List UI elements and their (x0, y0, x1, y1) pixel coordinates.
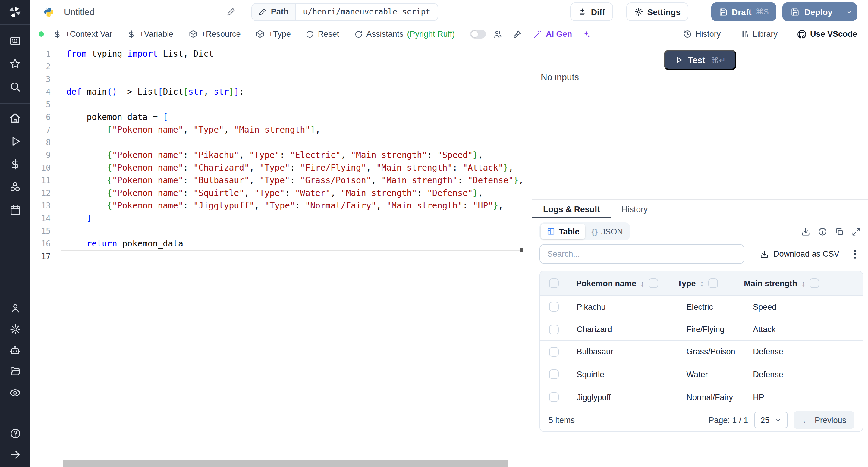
table-cell: Charizard (567, 318, 677, 340)
column-toggle-checkbox[interactable] (649, 278, 658, 288)
download-csv-button[interactable]: Download as CSV (760, 249, 839, 258)
code-line[interactable]: 15 (30, 225, 523, 238)
code-line[interactable]: 14 ] (30, 212, 523, 225)
diff-icon (578, 7, 587, 16)
schedules-icon[interactable] (0, 198, 30, 221)
copy-result-icon[interactable] (835, 227, 844, 236)
home-icon[interactable] (0, 107, 30, 130)
row-checkbox[interactable] (549, 324, 559, 334)
line-number: 17 (35, 250, 51, 263)
code-line[interactable]: 2 (30, 60, 523, 73)
reset-button[interactable]: Reset (306, 30, 339, 38)
column-header: Type (677, 279, 695, 288)
table-row[interactable]: SquirtleWaterDefense (540, 363, 863, 386)
history-button[interactable]: History (683, 30, 721, 38)
code-line[interactable]: 16 return pokemon_data (30, 238, 523, 250)
assistants-button[interactable]: Assistants (Pyright Ruff) (354, 30, 455, 38)
deploy-options-chevron[interactable] (841, 2, 857, 21)
resources-icon[interactable] (0, 175, 30, 198)
settings-button[interactable]: Settings (626, 2, 688, 21)
help-icon[interactable] (0, 423, 30, 444)
runs-icon[interactable] (0, 130, 30, 152)
sparkles-icon[interactable] (582, 30, 591, 38)
row-checkbox[interactable] (549, 393, 559, 402)
view-table-button[interactable]: Table (541, 223, 586, 239)
no-inputs-label: No inputs (541, 72, 579, 82)
audit-eye-icon[interactable] (0, 382, 30, 403)
row-checkbox[interactable] (549, 302, 559, 312)
column-toggle-checkbox[interactable] (708, 278, 718, 288)
info-icon[interactable] (818, 227, 827, 236)
path-value[interactable]: u/henri/maneuverable_script (296, 3, 438, 20)
table-row[interactable]: PikachuElectricSpeed (540, 296, 863, 318)
code-line[interactable]: 6 pokemon_data = [ (30, 111, 523, 124)
code-line[interactable]: 17 (30, 250, 523, 263)
library-icon (740, 30, 749, 38)
previous-page-button[interactable]: ← Previous (794, 411, 854, 429)
folders-icon[interactable] (0, 361, 30, 382)
edit-summary-pencil-icon[interactable] (227, 7, 236, 16)
search-icon[interactable] (0, 75, 30, 98)
use-vscode-button[interactable]: Use VScode (797, 29, 857, 39)
horizontal-scrollbar[interactable] (63, 460, 508, 467)
path-field[interactable]: Path u/henri/maneuverable_script (252, 3, 438, 21)
ai-gen-button[interactable]: AI Gen (533, 30, 572, 38)
workers-robot-icon[interactable] (0, 340, 30, 361)
view-json-button[interactable]: {} JSON (586, 223, 629, 239)
row-checkbox[interactable] (549, 347, 559, 357)
add-type-button[interactable]: +Type (256, 30, 291, 38)
tab-logs-result[interactable]: Logs & Result (532, 200, 611, 218)
format-brush-icon[interactable] (512, 29, 522, 39)
code-line[interactable]: 1from typing import List, Dict (30, 48, 523, 60)
download-result-icon[interactable] (801, 227, 810, 236)
script-title[interactable]: Untitled (64, 7, 95, 17)
library-button[interactable]: Library (740, 30, 778, 38)
apps-icon[interactable] (0, 30, 30, 53)
column-toggle-checkbox[interactable] (809, 278, 819, 288)
table-footer: 5 items Page: 1 / 1 25 ← Previous (540, 409, 863, 431)
sort-icon[interactable]: ↕ (641, 279, 644, 288)
expand-sidebar-icon[interactable] (0, 444, 30, 465)
code-line[interactable]: 7 ["Pokemon name", "Type", "Main strengt… (30, 124, 523, 136)
table-row[interactable]: CharizardFire/FlyingAttack (540, 318, 863, 341)
code-editor[interactable]: 1from typing import List, Dict234def mai… (30, 45, 523, 467)
table-menu-button[interactable] (854, 250, 856, 258)
diff-button[interactable]: Diff (570, 2, 613, 21)
favorites-star-icon[interactable] (0, 53, 30, 75)
code-line[interactable]: 11 {"Pokemon name": "Bulbasaur", "Type":… (30, 174, 523, 187)
table-icon (547, 227, 555, 236)
multiplayer-users-icon[interactable] (493, 29, 502, 39)
play-icon (675, 56, 682, 64)
multiplayer-toggle[interactable] (470, 30, 486, 38)
code-line[interactable]: 13 {"Pokemon name": "Jigglypuff", "Type"… (30, 199, 523, 212)
table-row[interactable]: JigglypuffNormal/FairyHP (540, 386, 863, 409)
code-line[interactable]: 10 {"Pokemon name": "Charizard", "Type":… (30, 161, 523, 174)
select-all-checkbox[interactable] (549, 278, 559, 288)
tab-history[interactable]: History (611, 200, 658, 218)
variables-icon[interactable] (0, 152, 30, 175)
deploy-button[interactable]: Deploy (783, 2, 841, 21)
sort-icon[interactable]: ↕ (801, 279, 805, 288)
code-line[interactable]: 5 (30, 98, 523, 111)
table-row[interactable]: BulbasaurGrass/PoisonDefense (540, 341, 863, 364)
expand-result-icon[interactable] (852, 227, 861, 236)
row-checkbox[interactable] (549, 370, 559, 379)
download-icon (760, 250, 769, 258)
settings-gear-icon[interactable] (0, 319, 30, 340)
code-line[interactable]: 9 {"Pokemon name": "Pikachu", "Type": "E… (30, 149, 523, 161)
add-resource-button[interactable]: +Resource (188, 30, 241, 38)
test-button[interactable]: Test ⌘↵ (664, 50, 736, 70)
user-icon[interactable] (0, 298, 30, 319)
add-context-var-button[interactable]: +Context Var (53, 30, 112, 38)
draft-button[interactable]: Draft ⌘S (711, 2, 777, 21)
code-text: {"Pokemon name": "Squirtle", "Type": "Wa… (66, 187, 483, 199)
sort-icon[interactable]: ↕ (700, 279, 704, 288)
code-line[interactable]: 8 (30, 136, 523, 149)
add-variable-button[interactable]: +Variable (127, 30, 173, 38)
code-line[interactable]: 4def main() -> List[Dict[str, str]]: (30, 86, 523, 98)
page-size-select[interactable]: 25 (754, 412, 788, 429)
result-search-input[interactable] (539, 244, 744, 264)
code-line[interactable]: 3 (30, 73, 523, 86)
table-cell: HP (744, 386, 863, 409)
code-line[interactable]: 12 {"Pokemon name": "Squirtle", "Type": … (30, 187, 523, 199)
